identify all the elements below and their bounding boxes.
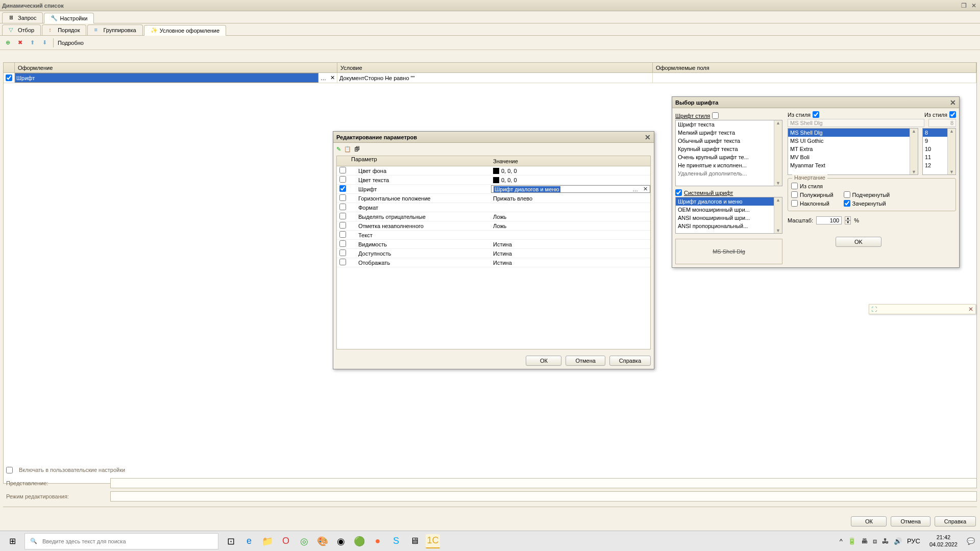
tab-group[interactable]: ≡Группировка — [87, 24, 142, 35]
help-button[interactable]: Справка — [609, 356, 651, 366]
explorer-icon[interactable]: 📁 — [260, 534, 275, 548]
param-checkbox[interactable] — [339, 185, 346, 192]
param-dialog-title[interactable]: Редактирование параметров ✕ — [333, 132, 654, 143]
search-box[interactable]: 🔍 Введите здесь текст для поиска — [24, 533, 218, 549]
close-icon[interactable]: ✕ — [968, 306, 973, 313]
size-list[interactable]: 8 9 10 11 12 ▲▼ — [922, 128, 956, 175]
restore-icon[interactable]: ❐ — [960, 2, 968, 10]
clear-button[interactable]: ✕ — [641, 186, 650, 192]
list-item[interactable]: MS Shell Dlg — [788, 129, 918, 137]
edit-mode-input[interactable] — [110, 491, 977, 502]
list-item[interactable]: ANSI пропорциональный... — [676, 222, 782, 230]
down-icon[interactable]: ⬇ — [40, 38, 49, 47]
tray-chevron-icon[interactable]: ^ — [840, 537, 843, 545]
param-checkbox[interactable] — [339, 194, 346, 201]
param-checkbox[interactable] — [339, 213, 346, 219]
close-icon[interactable]: ✕ — [970, 2, 978, 10]
list-item[interactable]: Обычный шрифт текста — [676, 137, 782, 145]
cancel-button[interactable]: Отмена — [566, 356, 605, 366]
popup-notification[interactable]: ⛶ ✕ — [869, 304, 976, 314]
style-font-checkbox[interactable] — [712, 112, 719, 119]
style-list[interactable]: Шрифт текста Мелкий шрифт текста Обычный… — [675, 120, 782, 186]
battery-icon[interactable]: 🔋 — [848, 537, 856, 545]
tab-conditional[interactable]: ✨Условное оформление — [144, 25, 226, 36]
list-item[interactable]: Крупный шрифт текста — [676, 145, 782, 153]
up-icon[interactable]: ⬆ — [28, 38, 37, 47]
param-checkbox[interactable] — [339, 240, 346, 247]
param-row-access[interactable]: ДоступностьИстина — [337, 249, 650, 258]
tab-settings[interactable]: 🔧Настройки — [44, 13, 94, 23]
param-row-text[interactable]: Текст — [337, 231, 650, 240]
list-item[interactable]: Удаленный дополнитель... — [676, 169, 782, 178]
appearance-edit-input[interactable] — [15, 73, 318, 83]
delete-icon[interactable]: ✖ — [15, 38, 24, 47]
list-item[interactable]: Шрифт текста — [676, 120, 782, 129]
tab-filter[interactable]: ▽Отбор — [2, 24, 41, 35]
scroll-up-icon[interactable]: ▲ — [774, 197, 782, 203]
task-view-icon[interactable]: ⊡ — [224, 534, 238, 548]
param-row-vis[interactable]: ВидимостьИстина — [337, 240, 650, 249]
param-row-hpos[interactable]: Горизонтальное положениеПрижать влево — [337, 194, 650, 203]
spin-up-icon[interactable]: ▲ — [845, 216, 851, 220]
param-checkbox[interactable] — [339, 249, 346, 256]
param-row-show[interactable]: ОтображатьИстина — [337, 258, 650, 267]
list-icon[interactable]: 🗐 — [354, 146, 360, 153]
edit-icon[interactable]: ✎ — [336, 146, 341, 153]
add-icon[interactable]: ⊕ — [3, 38, 12, 47]
grid-header-fields[interactable]: Оформляемые поля — [653, 63, 976, 72]
italic-checkbox[interactable] — [791, 200, 798, 207]
list-item[interactable]: OEM моноширинный шри... — [676, 206, 782, 214]
spin-down-icon[interactable]: ▼ — [845, 220, 851, 224]
ellipsis-button[interactable]: … — [318, 75, 328, 81]
lang-indicator[interactable]: РУС — [907, 537, 920, 545]
param-checkbox[interactable] — [339, 259, 346, 265]
row-checkbox[interactable] — [6, 74, 12, 81]
scroll-up-icon[interactable]: ▲ — [910, 129, 918, 134]
copy-icon[interactable]: 📋 — [344, 146, 351, 153]
list-item[interactable]: ANSI моноширинный шри... — [676, 214, 782, 222]
param-row-format[interactable]: Формат — [337, 203, 650, 212]
from-style-checkbox[interactable] — [813, 111, 819, 118]
clock[interactable]: 21:42 04.02.2022 — [925, 534, 962, 547]
param-row-bg[interactable]: Цвет фона0, 0, 0 — [337, 166, 650, 176]
scale-input[interactable] — [816, 216, 842, 224]
list-item[interactable]: Мелкий шрифт текста — [676, 129, 782, 137]
app3-icon[interactable]: ● — [371, 534, 385, 548]
bold-checkbox[interactable] — [791, 191, 798, 198]
param-checkbox[interactable] — [339, 204, 346, 210]
param-checkbox[interactable] — [339, 167, 346, 173]
help-button[interactable]: Справка — [935, 516, 976, 527]
start-button[interactable]: ⊞ — [0, 531, 24, 552]
chrome-icon[interactable]: ◉ — [334, 534, 348, 548]
list-item[interactable]: Не принятые к исполнен... — [676, 161, 782, 169]
scroll-down-icon[interactable]: ▼ — [774, 181, 782, 186]
ok-button[interactable]: ОК — [526, 356, 561, 366]
scroll-down-icon[interactable]: ▼ — [774, 228, 782, 233]
list-item[interactable]: Myanmar Text — [788, 161, 918, 169]
1c-icon[interactable]: 1С — [426, 534, 440, 548]
list-item[interactable]: MS UI Gothic — [788, 137, 918, 145]
system-font-checkbox[interactable] — [675, 189, 682, 196]
param-checkbox[interactable] — [339, 176, 346, 183]
list-item[interactable]: MT Extra — [788, 145, 918, 153]
param-checkbox[interactable] — [339, 231, 346, 238]
print-icon[interactable]: 🖶 — [861, 537, 868, 545]
tab-order[interactable]: ↕Порядок — [42, 24, 86, 35]
close-icon[interactable]: ✕ — [950, 98, 956, 107]
cancel-button[interactable]: Отмена — [891, 516, 930, 527]
opera-icon[interactable]: O — [279, 534, 293, 548]
dropbox-icon[interactable]: ⧈ — [873, 537, 877, 545]
style-from-checkbox[interactable] — [791, 183, 798, 189]
scroll-up-icon[interactable]: ▲ — [774, 120, 782, 126]
list-item[interactable]: Очень крупный шрифт те... — [676, 153, 782, 161]
grid-header-condition[interactable]: Условие — [337, 63, 653, 72]
toolbar-details[interactable]: Подробно — [58, 40, 84, 46]
grid-header-appearance[interactable]: Оформление — [15, 63, 337, 72]
font-dialog-title[interactable]: Выбор шрифта ✕ — [672, 97, 959, 108]
param-row-fg[interactable]: Цвет текста0, 0, 0 — [337, 176, 650, 185]
size-from-style-checkbox[interactable] — [949, 111, 956, 118]
volume-icon[interactable]: 🔊 — [894, 537, 902, 545]
presentation-input[interactable] — [110, 478, 977, 488]
clear-button[interactable]: ✕ — [328, 74, 337, 81]
scroll-up-icon[interactable]: ▲ — [948, 129, 955, 134]
